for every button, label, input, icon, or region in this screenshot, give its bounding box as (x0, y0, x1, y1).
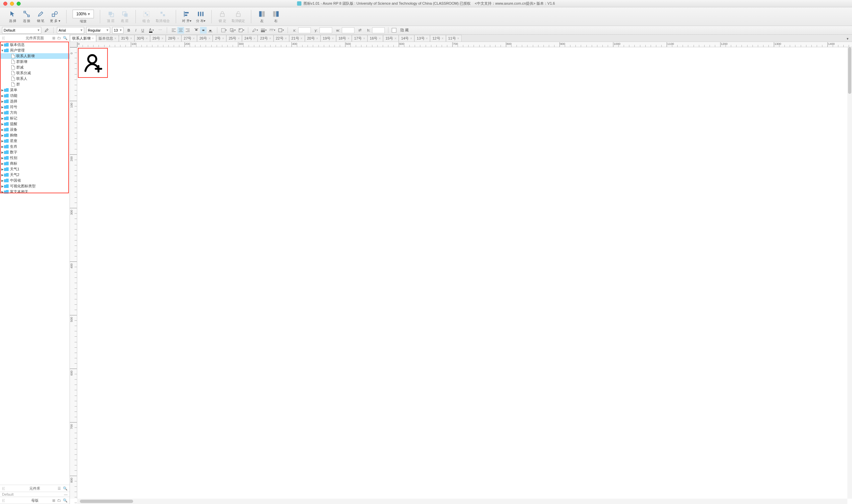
hidden-checkbox[interactable] (392, 28, 396, 33)
tree-caret-icon[interactable]: ▶ (1, 89, 4, 92)
canvas-selected-icon[interactable] (78, 48, 108, 78)
tree-folder[interactable]: ▶星座 (0, 138, 70, 144)
halign-left-button[interactable] (171, 27, 177, 34)
document-tab[interactable]: 13号× (414, 35, 430, 41)
search-masters-button[interactable]: 🔍 (63, 498, 68, 503)
unlock-button[interactable]: 取消锁定 (232, 10, 245, 23)
connect-tool-button[interactable]: 连 接 (22, 10, 31, 23)
tree-caret-icon[interactable]: ▶ (1, 185, 4, 188)
library-preset-row[interactable]: Default— (0, 492, 70, 497)
library-menu-button[interactable]: ☰ (57, 486, 61, 491)
tree-folder[interactable]: ▶商标 (0, 161, 70, 166)
tab-close-button[interactable]: × (114, 37, 117, 40)
add-folder-button[interactable]: 🗀 (57, 36, 61, 40)
tab-close-button[interactable]: × (208, 37, 210, 40)
tree-folder[interactable]: ▶中国省 (0, 178, 70, 183)
more-tools-button[interactable]: 更 多 ▾ (50, 10, 60, 23)
tree-folder[interactable]: ▶天气1 (0, 166, 70, 172)
document-tab[interactable]: 12号× (430, 35, 446, 41)
tab-close-button[interactable]: × (269, 37, 271, 40)
collapse-icon[interactable]: ⟨⟨ (2, 486, 5, 491)
valign-bottom-button[interactable] (207, 27, 214, 34)
font-family-dropdown[interactable]: Arial▾ (57, 27, 84, 34)
add-master-button[interactable]: ⊞ (52, 498, 55, 503)
tree-folder[interactable]: ▶方向 (0, 110, 70, 115)
tab-close-button[interactable]: × (316, 37, 318, 40)
tab-close-button[interactable]: × (177, 37, 179, 40)
document-tab[interactable]: 版本信息× (96, 35, 119, 41)
document-tab[interactable]: 25号× (226, 35, 242, 41)
tree-caret-icon[interactable]: ▶ (1, 128, 4, 131)
document-tab[interactable]: 21号× (289, 35, 305, 41)
tree-folder[interactable]: ▶设备 (0, 127, 70, 132)
pages-tree[interactable]: ▶版本信息▼用户管理联系人新增群新增群减联系分减联系人群▶菜单▶功能▶选择▶符号… (0, 42, 70, 485)
tree-folder[interactable]: ▶可视化图标类型 (0, 183, 70, 189)
halign-right-button[interactable] (184, 27, 191, 34)
w-input[interactable] (342, 27, 354, 33)
tab-close-button[interactable]: × (394, 37, 396, 40)
tab-close-button[interactable]: × (348, 37, 350, 40)
pages-panel-header[interactable]: ⟨⟨ 元件库页面 ⊞ 🗀 🔍 (0, 35, 70, 42)
tree-folder[interactable]: ▶性别 (0, 155, 70, 161)
tree-caret-icon[interactable]: ▶ (1, 168, 4, 171)
tree-folder[interactable]: ▶符号 (0, 104, 70, 110)
fill-color-button[interactable]: ▾ (221, 27, 227, 34)
tree-caret-icon[interactable]: ▶ (1, 134, 4, 137)
tree-caret-icon[interactable]: ▶ (1, 139, 4, 143)
tab-close-button[interactable]: × (332, 37, 334, 40)
lock-button[interactable]: 锁 定 (218, 10, 227, 23)
tab-close-button[interactable]: × (457, 37, 459, 40)
bring-front-button[interactable]: 顶 层 (106, 10, 116, 23)
select-tool-button[interactable]: 选 择 (8, 10, 17, 23)
align-right-button[interactable]: 右 (271, 10, 281, 23)
tree-caret-icon[interactable]: ▶ (1, 117, 4, 120)
tree-page[interactable]: 联系人 (0, 76, 70, 82)
document-tab[interactable]: 联系人新增× (70, 35, 96, 41)
group-button[interactable]: 组 合 (142, 10, 151, 23)
tree-folder[interactable]: ▶菜单 (0, 87, 70, 93)
tree-caret-icon[interactable]: ▶ (1, 111, 4, 114)
tab-close-button[interactable]: × (426, 37, 428, 40)
tab-close-button[interactable]: × (161, 37, 163, 40)
y-input[interactable] (319, 27, 332, 33)
valign-middle-button[interactable] (200, 27, 207, 34)
tree-caret-icon[interactable]: ▶ (1, 190, 4, 194)
tabs-overflow-button[interactable]: ▾ (845, 36, 851, 41)
tab-close-button[interactable]: × (285, 37, 287, 40)
tree-caret-icon[interactable]: ▶ (1, 179, 4, 182)
tree-folder[interactable]: ▶版本信息 (0, 42, 70, 48)
halign-center-button[interactable] (177, 27, 184, 34)
document-tab[interactable]: 28号× (166, 35, 181, 41)
tree-folder[interactable]: ▶天气2 (0, 172, 70, 178)
tree-caret-icon[interactable]: ▶ (1, 100, 4, 103)
tree-page[interactable]: 群新增 (0, 59, 70, 65)
document-tab[interactable]: 26号× (197, 35, 213, 41)
add-page-button[interactable]: ⊞ (52, 36, 55, 40)
tree-page[interactable]: 联系分减 (0, 70, 70, 76)
tree-folder[interactable]: ▼用户管理 (0, 48, 70, 53)
font-size-dropdown[interactable]: 13▾ (112, 27, 123, 34)
inner-shadow-button[interactable]: ▾ (238, 27, 245, 34)
border-sides-button[interactable]: ▾ (278, 27, 284, 34)
tab-close-button[interactable]: × (130, 37, 132, 40)
outer-shadow-button[interactable]: ▾ (229, 27, 236, 34)
wh-link-button[interactable]: ⇄ (356, 27, 363, 34)
tree-folder[interactable]: ▶生肖 (0, 144, 70, 149)
vertical-scrollbar[interactable] (847, 47, 852, 499)
tree-caret-icon[interactable]: ▼ (1, 49, 4, 52)
tab-close-button[interactable]: × (146, 37, 148, 40)
collapse-icon[interactable]: ⟨⟨ (2, 498, 5, 503)
document-tab[interactable]: 2号× (213, 35, 226, 41)
document-tab[interactable]: 11号× (446, 35, 462, 41)
tree-folder[interactable]: ▶标记 (0, 115, 70, 121)
font-color-button[interactable]: A▾ (148, 27, 155, 34)
tab-close-button[interactable]: × (363, 37, 365, 40)
ungroup-button[interactable]: 取消 组合 (156, 10, 170, 23)
tree-caret-icon[interactable]: ▶ (1, 94, 4, 97)
tab-close-button[interactable]: × (237, 37, 239, 40)
tree-folder[interactable]: ▶购物 (0, 132, 70, 138)
document-tab[interactable]: 24号× (242, 35, 258, 41)
document-tab[interactable]: 30号× (135, 35, 150, 41)
library-panel-header[interactable]: ⟨⟨ 元件库 ☰ 🔍 (0, 485, 70, 492)
tab-close-button[interactable]: × (442, 37, 444, 40)
